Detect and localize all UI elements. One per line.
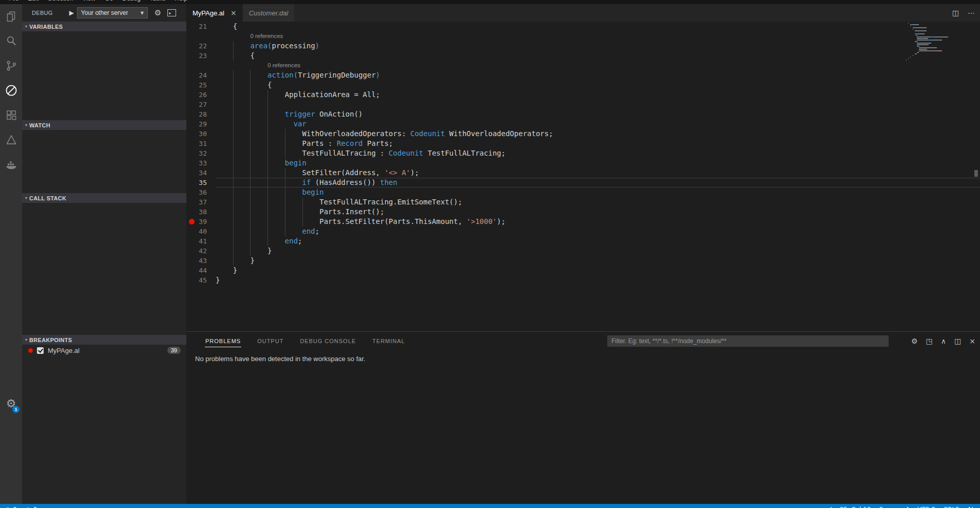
editor-gutter[interactable]: 41 [186,236,216,246]
code-line[interactable]: 33begin [186,158,980,168]
code-line[interactable]: 26ApplicationArea = All; [186,90,980,100]
code-line[interactable]: 32TestFullALTracing : Codeunit TestFullA… [186,148,980,158]
codelens-row[interactable]: 0 references [186,31,980,41]
code-line[interactable]: 42} [186,246,980,256]
editor-gutter[interactable]: 30 [186,129,216,139]
code-line[interactable]: 24action(TriggeringDebugger) [186,70,980,80]
docker-icon[interactable] [0,152,22,177]
code-line[interactable]: 35if (HasAddress()) then [186,178,980,187]
debug-config-dropdown[interactable]: Your other server ▼ [77,7,148,18]
menu-item-tasks[interactable]: Tasks [145,0,170,4]
section-header-variables[interactable]: ▾ VARIABLES [22,22,186,31]
section-header-watch[interactable]: ▾ WATCH [22,120,186,130]
editor-gutter[interactable]: 25 [186,80,216,90]
status-errors[interactable]: ⊘0 [5,506,17,508]
code-line[interactable]: 21{ [186,22,980,31]
editor-gutter[interactable]: 27 [186,100,216,109]
panel-tab-debug-console[interactable]: DEBUG CONSOLE [299,334,356,347]
panel-layout-icon[interactable]: ◫ [954,337,961,345]
start-debug-button[interactable]: ▶ [69,9,74,16]
menu-item-edit[interactable]: Edit [23,0,43,4]
code-line[interactable]: 43} [186,256,980,266]
menu-item-file[interactable]: File [4,0,23,4]
menu-item-debug[interactable]: Debug [118,0,145,4]
editor-gutter[interactable]: 33 [186,158,216,168]
code-line[interactable]: 28trigger OnAction() [186,109,980,119]
status-warnings[interactable]: ⚠0 [25,506,37,508]
al-extension-icon[interactable] [0,127,22,152]
code-line[interactable]: 25{ [186,80,980,90]
editor-gutter[interactable] [186,31,216,41]
editor-gutter[interactable]: 32 [186,148,216,158]
code-line[interactable]: 36begin [186,187,980,197]
close-panel-icon[interactable]: × [969,337,975,345]
status-eol[interactable]: CRLF [944,506,959,508]
editor-gutter[interactable]: 24 [186,70,216,80]
code-line[interactable]: 40end; [186,227,980,236]
code-editor[interactable]: 21{0 references22area(processing)23{0 re… [186,22,980,331]
code-line[interactable]: 23{ [186,51,980,61]
more-actions-icon[interactable]: ⋯ [968,9,975,17]
breakpoint-checkbox[interactable] [37,347,44,354]
status-indentation[interactable]: Spaces: 4 [879,506,909,508]
explorer-icon[interactable] [0,4,22,29]
editor-gutter[interactable]: 40 [186,227,216,236]
editor-gutter[interactable]: 43 [186,256,216,266]
menu-item-selection[interactable]: Selection [43,0,78,4]
breakpoint-dot[interactable] [189,219,195,224]
code-line[interactable]: 29var [186,119,980,129]
editor-gutter[interactable]: 42 [186,246,216,256]
codelens-row[interactable]: 0 references [186,61,980,70]
menu-item-view[interactable]: View [78,0,100,4]
editor-gutter[interactable]: 38 [186,207,216,217]
tab-customer-dal[interactable]: Customer.dal [243,4,295,22]
code-line[interactable]: 34SetFilter(Address, '<> A'); [186,168,980,178]
panel-tab-problems[interactable]: PROBLEMS [205,334,241,347]
editor-gutter[interactable]: 36 [186,187,216,197]
editor-gutter[interactable]: 39 [186,217,216,227]
editor-gutter[interactable]: 23 [186,51,216,61]
search-icon[interactable] [0,29,22,53]
maximize-panel-icon[interactable]: ∧ [941,337,946,345]
tab-mypage-al[interactable]: MyPAge.al × [186,4,243,22]
panel-tab-terminal[interactable]: TERMINAL [372,334,406,347]
code-line[interactable]: 45} [186,275,980,285]
editor-gutter[interactable]: 28 [186,109,216,119]
codelens-references[interactable]: 0 references [250,31,283,41]
section-header-breakpoints[interactable]: ▾ BREAKPOINTS [22,335,186,345]
code-line[interactable]: 39Parts.SetFilter(Parts.ThisAmount, '>10… [186,217,980,227]
menu-item-go[interactable]: Go [100,0,118,4]
code-line[interactable]: 41end; [186,236,980,246]
filter-icon[interactable]: ⚙ [911,337,918,345]
code-line[interactable]: 31Parts : Record Parts; [186,139,980,148]
editor-gutter[interactable]: 21 [186,22,216,31]
minimap[interactable] [906,23,973,310]
close-icon[interactable]: × [230,9,237,17]
code-line[interactable]: 37TestFullALTracing.EmitSomeText(); [186,197,980,207]
editor-gutter[interactable]: 34 [186,168,216,178]
source-control-icon[interactable] [0,53,22,78]
panel-tab-output[interactable]: OUTPUT [257,334,284,347]
editor-gutter[interactable]: 35 [186,178,216,187]
codelens-references[interactable]: 0 references [267,61,300,70]
debug-console-icon[interactable]: ▸ [167,9,176,16]
restore-panel-icon[interactable]: ◳ [926,337,933,345]
debug-icon[interactable] [0,78,22,103]
code-line[interactable]: 44} [186,266,980,275]
extensions-icon[interactable] [0,103,22,127]
status-encoding[interactable]: UTF-8 [917,506,935,508]
editor-gutter[interactable]: 22 [186,41,216,51]
code-line[interactable]: 22area(processing) [186,41,980,51]
breakpoint-list-item[interactable]: MyPAge.al 39 [22,345,186,356]
editor-gutter[interactable]: 44 [186,266,216,275]
manage-gear-icon[interactable]: ⚙ 1 [0,392,22,414]
menu-item-help[interactable]: Help [170,0,192,4]
code-line[interactable]: 30WithOverloadedOperators: Codeunit With… [186,129,980,139]
status-language[interactable]: AL [967,506,975,508]
status-cursor-position[interactable]: Ln 35, Col 13 [830,506,871,508]
editor-gutter[interactable]: 29 [186,119,216,129]
editor-gutter[interactable] [186,61,216,70]
code-line[interactable]: 38Parts.Insert(); [186,207,980,217]
problems-filter-input[interactable] [607,335,889,347]
split-editor-icon[interactable]: ◫ [952,9,959,17]
